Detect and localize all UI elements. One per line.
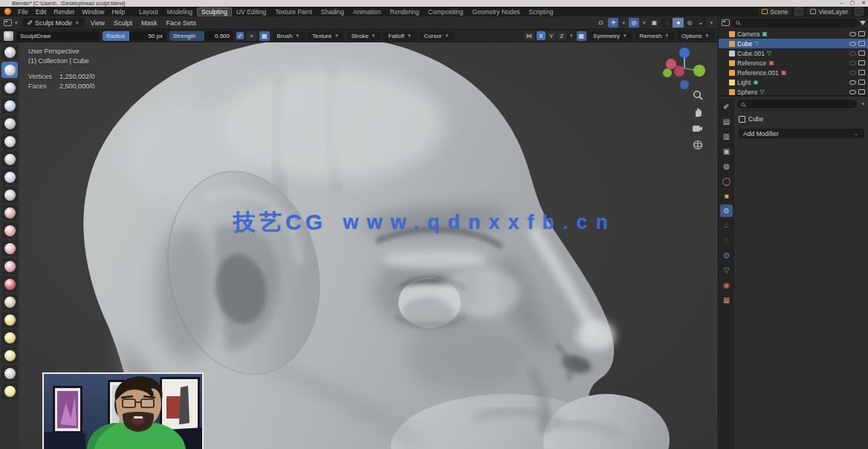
shading-chevron-icon[interactable]: ▾ [708,20,714,26]
strength-slider[interactable]: Strength 0.500 [169,31,233,41]
brush-tool-button[interactable] [1,151,18,167]
render-visibility-toggle[interactable] [858,80,865,85]
render-visibility-toggle[interactable] [858,89,865,94]
brush-tool-button[interactable] [1,347,18,364]
viewport-menu[interactable]: Face Sets [162,19,201,27]
brush-tool-button[interactable] [1,365,18,381]
viewport-menu[interactable]: Sculpt [109,19,137,27]
properties-tab[interactable]: ✐ [720,100,733,113]
workspace-tab[interactable]: Compositing [424,7,467,16]
properties-tab[interactable]: ■ [720,190,733,202]
tool-popover-right[interactable]: Symmetry▾ [589,31,632,41]
symmetry-axis-button[interactable]: Z [557,31,566,40]
brush-tool-button[interactable] [1,240,18,256]
outliner-row[interactable]: Cube ▽ [719,39,868,48]
hide-eye-toggle[interactable] [849,90,856,94]
scene-selector[interactable]: Scene [758,7,791,16]
outliner-row[interactable]: Camera ▣ [719,29,868,39]
brush-tool-button[interactable] [1,115,18,132]
outliner-row[interactable]: Sphere ▽ [719,87,868,97]
xray-toggle[interactable]: ▣ [649,18,659,28]
pressure-checkbox[interactable]: ✓ [236,32,244,39]
properties-tab[interactable]: ◍ [720,160,733,172]
tool-popover[interactable]: Stroke▾ [347,31,381,41]
tool-popover-right[interactable]: Options▾ [677,31,714,41]
radius-slider[interactable]: Radius 50 px [103,31,166,41]
symmetry-chevron-icon[interactable]: ▾ [569,33,574,39]
render-visibility-toggle[interactable] [858,51,865,56]
brush-tool-button[interactable] [1,169,18,185]
topbar-menu[interactable]: File [14,8,32,16]
workspace-tab[interactable]: Texture Paint [271,7,317,16]
editor-type-chevron-icon[interactable]: ▾ [13,20,19,26]
overlays-toggle[interactable]: ◎ [629,18,639,28]
snap-magnet-icon[interactable]: Ω [595,18,606,28]
outliner-editor-icon[interactable] [722,19,730,26]
blender-logo-icon[interactable] [4,8,11,15]
properties-tab[interactable]: ⊙ [720,249,733,262]
new-view-layer-button[interactable] [855,7,864,16]
hide-eye-toggle[interactable] [849,71,856,75]
brush-tool-button[interactable] [1,187,18,203]
properties-tab[interactable]: ◉ [720,279,733,291]
properties-tab[interactable]: ▽ [720,264,733,277]
overlays-chevron-icon[interactable]: ▾ [641,20,647,26]
tool-popover[interactable]: Falloff▾ [383,31,416,41]
outliner-row[interactable]: Light ◉ [719,77,868,87]
brush-tool-button[interactable] [1,44,18,60]
filter-icon[interactable] [860,21,866,25]
zoom-icon[interactable] [693,90,703,100]
brush-tool-button[interactable] [1,294,18,310]
shading-mode-button[interactable]: ◍ [684,18,695,28]
brush-tool-button[interactable] [1,204,18,221]
brush-tool-button[interactable] [1,97,18,114]
workspace-tab[interactable]: Sculpting [197,7,232,16]
voxel-grid-toggle[interactable]: ▦ [577,31,587,41]
render-visibility-toggle[interactable] [858,60,865,65]
hide-eye-toggle[interactable] [849,42,856,46]
viewport-menu[interactable]: Mask [137,19,162,27]
accumulate-toggle[interactable]: ▦ [259,31,270,41]
render-visibility-toggle[interactable] [858,31,865,36]
outliner-row[interactable]: Reference.001 ▣ [719,68,868,77]
brush-tool-button[interactable] [1,258,18,274]
camera-view-icon[interactable] [692,124,703,133]
topbar-menu[interactable]: Window [78,8,108,16]
brush-tool-button[interactable] [1,276,18,292]
navigation-gizmo[interactable] [661,45,707,91]
properties-tab[interactable]: ▤ [720,115,733,128]
brush-tool-button[interactable] [1,222,18,239]
viewport-menu[interactable]: View [86,19,109,27]
brush-tool-button[interactable] [1,383,18,399]
viewport-3d[interactable]: User Perspective(1) Collection | Cube Ve… [19,42,718,449]
brush-tool-button[interactable] [1,311,18,328]
brush-tool-button[interactable] [1,133,18,149]
outliner-search-input[interactable] [732,19,858,28]
shading-mode-button[interactable]: ◒ [695,18,706,28]
close-button[interactable]: ✕ [861,0,866,6]
properties-tab[interactable]: ◯ [720,175,733,187]
workspace-tab[interactable]: Shading [317,7,349,16]
view-layer-selector[interactable]: ViewLayer [806,7,852,16]
topbar-menu[interactable]: Help [108,8,128,16]
maximize-button[interactable]: ▢ [850,0,855,6]
tool-popover[interactable]: Cursor▾ [420,31,455,41]
mode-selector[interactable]: ✐ Sculpt Mode ▾ [23,18,85,28]
editor-type-icon[interactable] [4,19,12,26]
topbar-menu[interactable]: Edit [32,8,51,16]
brush-tool-button[interactable] [1,329,18,346]
gizmo-toggle[interactable]: ✛ [608,18,618,28]
symmetry-axis-button[interactable]: X [537,31,545,40]
move-hand-icon[interactable] [693,107,703,117]
direction-plus-button[interactable]: + [247,31,256,41]
properties-tab[interactable]: ◌ [720,234,733,247]
render-visibility-toggle[interactable] [858,41,865,46]
outliner-row[interactable]: Reference ▣ [719,58,868,68]
tool-popover[interactable]: Brush▾ [273,31,305,41]
hide-eye-toggle[interactable] [849,61,856,65]
workspace-tab[interactable]: Layout [135,7,163,16]
tool-popover[interactable]: Texture▾ [308,31,344,41]
properties-tab[interactable]: ∴ [720,219,733,232]
outliner-row[interactable]: Cube.001 ▽ [719,48,868,58]
hide-eye-toggle[interactable] [849,80,856,85]
